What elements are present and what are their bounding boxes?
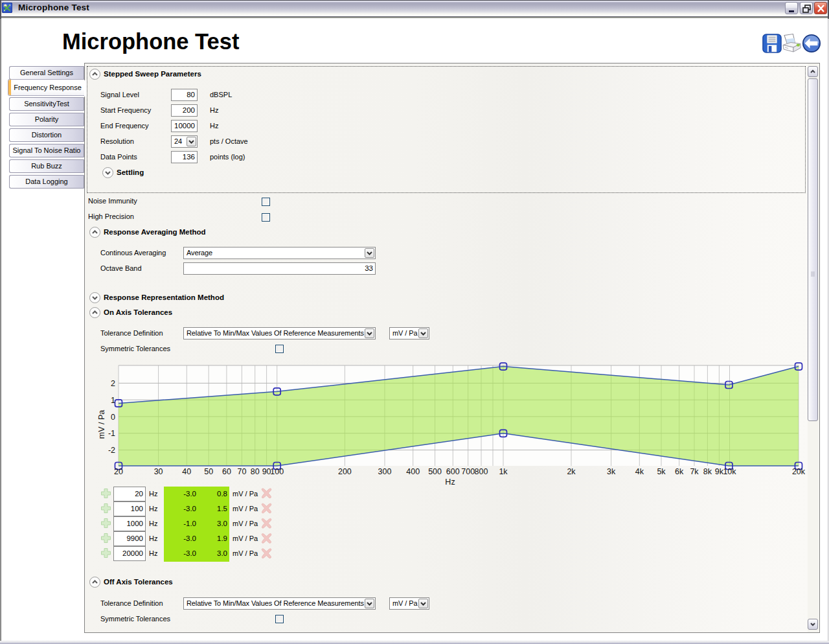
svg-text:2k: 2k [567, 467, 576, 476]
svg-text:10k: 10k [723, 467, 736, 476]
svg-text:1k: 1k [499, 467, 508, 476]
svg-text:300: 300 [378, 467, 392, 476]
svg-text:100: 100 [270, 467, 284, 476]
svg-text:1: 1 [111, 396, 115, 405]
svg-text:800: 800 [475, 467, 488, 476]
svg-text:-1: -1 [108, 429, 115, 438]
svg-text:600: 600 [446, 467, 460, 476]
svg-text:70: 70 [237, 467, 246, 476]
svg-text:60: 60 [222, 467, 231, 476]
svg-text:4k: 4k [635, 467, 644, 476]
svg-text:30: 30 [154, 467, 163, 476]
svg-text:7k: 7k [690, 467, 699, 476]
svg-text:40: 40 [182, 467, 191, 476]
svg-text:Hz: Hz [445, 477, 455, 487]
svg-text:400: 400 [406, 467, 420, 476]
svg-text:500: 500 [428, 467, 442, 476]
svg-text:8k: 8k [703, 467, 712, 476]
svg-text:3k: 3k [607, 467, 616, 476]
svg-text:0: 0 [111, 413, 115, 422]
svg-text:mV / Pa: mV / Pa [97, 410, 106, 439]
svg-text:200: 200 [338, 467, 352, 476]
svg-text:20k: 20k [792, 467, 806, 476]
svg-text:2: 2 [111, 379, 115, 388]
svg-text:80: 80 [251, 467, 260, 476]
svg-text:20: 20 [114, 467, 123, 476]
svg-text:6k: 6k [675, 467, 684, 476]
svg-text:5k: 5k [657, 467, 666, 476]
svg-text:50: 50 [204, 467, 213, 476]
svg-text:700: 700 [461, 467, 475, 476]
svg-text:-2: -2 [108, 446, 115, 455]
